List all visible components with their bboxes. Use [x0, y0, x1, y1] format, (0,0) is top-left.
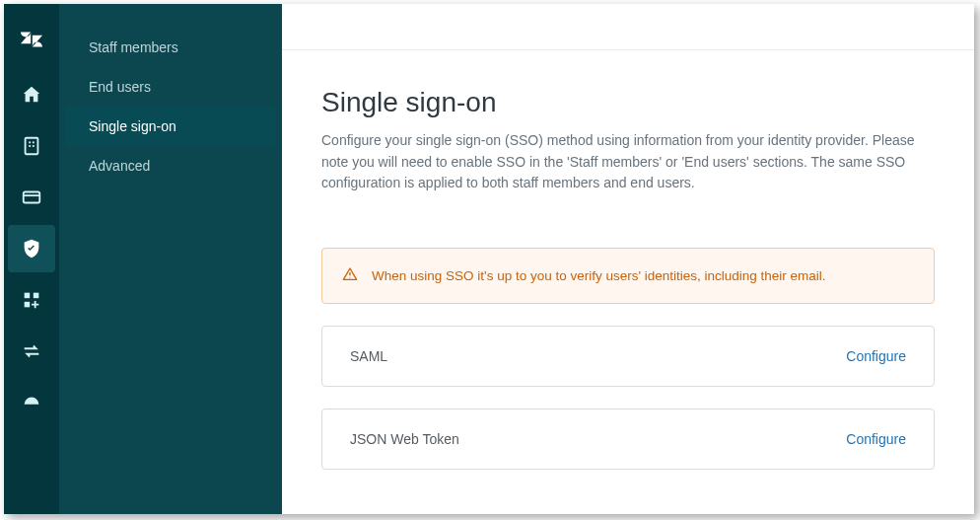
nav-home-icon[interactable]: [8, 71, 55, 118]
sidebar-item-single-sign-on[interactable]: Single sign-on: [65, 107, 276, 146]
svg-rect-1: [29, 141, 31, 143]
sidebar-item-label: End users: [89, 79, 151, 95]
sidebar-item-end-users[interactable]: End users: [65, 67, 276, 107]
svg-rect-9: [25, 302, 31, 308]
sso-method-jwt: JSON Web Token Configure: [321, 409, 935, 470]
nav-billing-icon[interactable]: [8, 174, 55, 221]
top-divider: [282, 49, 974, 50]
configure-jwt-button[interactable]: Configure: [846, 431, 906, 447]
page-description: Configure your single sign-on (SSO) meth…: [321, 130, 935, 194]
warning-icon: [342, 266, 358, 285]
nav-building-icon[interactable]: [8, 122, 55, 170]
sidebar-item-label: Advanced: [89, 158, 150, 174]
sso-method-name: SAML: [350, 348, 387, 364]
sidebar-item-staff-members[interactable]: Staff members: [65, 28, 276, 67]
svg-rect-0: [26, 138, 38, 155]
svg-point-11: [349, 277, 350, 278]
sidebar: Staff members End users Single sign-on A…: [59, 4, 282, 514]
app-window: Staff members End users Single sign-on A…: [4, 4, 974, 514]
main-content: Single sign-on Configure your single sig…: [282, 4, 974, 514]
svg-rect-5: [24, 192, 40, 203]
warning-alert: When using SSO it's up to you to verify …: [321, 248, 935, 304]
nav-integrations-icon[interactable]: [8, 328, 55, 375]
svg-rect-3: [29, 145, 31, 147]
svg-rect-7: [25, 293, 31, 299]
sidebar-item-advanced[interactable]: Advanced: [65, 146, 276, 186]
svg-rect-8: [34, 293, 39, 299]
sidebar-item-label: Staff members: [89, 39, 178, 55]
nav-chat-icon[interactable]: [8, 379, 55, 426]
svg-rect-4: [33, 145, 35, 147]
icon-rail: [4, 4, 59, 514]
sidebar-item-label: Single sign-on: [89, 118, 176, 134]
nav-security-icon[interactable]: [8, 225, 55, 272]
warning-message: When using SSO it's up to you to verify …: [372, 268, 826, 283]
page-title: Single sign-on: [321, 87, 935, 118]
nav-apps-icon[interactable]: [8, 276, 55, 324]
sso-method-saml: SAML Configure: [321, 326, 935, 387]
configure-saml-button[interactable]: Configure: [846, 348, 906, 364]
zendesk-logo-icon: [8, 20, 55, 59]
svg-rect-2: [33, 141, 35, 143]
sso-method-name: JSON Web Token: [350, 431, 459, 447]
